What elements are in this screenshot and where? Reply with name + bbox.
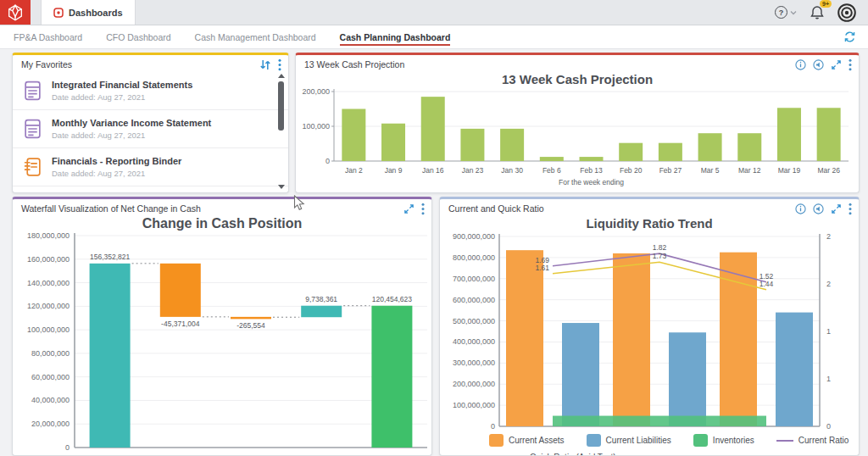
list-item[interactable]: Financials - Reporting Binder Date added… bbox=[13, 148, 288, 186]
info-icon[interactable] bbox=[795, 203, 806, 214]
scroll-down-icon[interactable] bbox=[278, 185, 285, 189]
sort-icon[interactable] bbox=[259, 59, 271, 70]
liquidity-chart-title: Liquidity Ratio Trend bbox=[440, 216, 859, 231]
liquidity-legend: Current AssetsCurrent LiabilitiesInvento… bbox=[440, 434, 859, 447]
svg-text:0: 0 bbox=[65, 443, 70, 452]
legend-item[interactable]: Current Ratio bbox=[776, 436, 849, 445]
legend-item[interactable]: Quick Ratio (Acid Test) bbox=[508, 453, 616, 456]
expand-icon[interactable] bbox=[831, 203, 842, 214]
favorite-name: Monthly Variance Income Statement bbox=[52, 118, 211, 128]
dashboard-tab-bar: FP&A Dashboard CFO Dashboard Cash Manage… bbox=[0, 25, 868, 49]
favorites-panel-title: My Favorites bbox=[21, 59, 72, 70]
svg-text:Jan 23: Jan 23 bbox=[462, 166, 484, 175]
svg-text:2: 2 bbox=[826, 280, 831, 288]
legend-label: Inventories bbox=[713, 436, 754, 445]
svg-text:200,000,000: 200,000,000 bbox=[453, 380, 495, 388]
audio-annotation-icon[interactable] bbox=[813, 203, 824, 214]
svg-text:Mar 26: Mar 26 bbox=[817, 166, 840, 175]
info-icon[interactable] bbox=[795, 59, 806, 70]
audio-annotation-icon[interactable] bbox=[813, 59, 824, 70]
legend-item[interactable]: Current Liabilities bbox=[587, 434, 671, 447]
legend-swatch bbox=[693, 434, 708, 447]
expand-icon[interactable] bbox=[831, 59, 842, 70]
projection-panel-title: 13 Week Cash Projection bbox=[304, 59, 404, 70]
favorite-date: Date added: Aug 27, 2021 bbox=[52, 92, 192, 102]
svg-text:900,000,000: 900,000,000 bbox=[453, 232, 495, 241]
legend-item[interactable]: Current Assets bbox=[489, 434, 565, 447]
legend-item[interactable]: Inventories bbox=[693, 434, 754, 447]
cash-projection-panel: 13 Week Cash Projection 13 Week Cash Pro… bbox=[295, 53, 860, 193]
svg-text:1.73: 1.73 bbox=[653, 252, 667, 260]
svg-text:1: 1 bbox=[826, 327, 831, 336]
user-avatar[interactable] bbox=[837, 3, 856, 22]
svg-text:Jan 30: Jan 30 bbox=[501, 166, 523, 175]
chevron-down-icon bbox=[790, 10, 797, 15]
liquidity-legend-row2: Quick Ratio (Acid Test) bbox=[440, 453, 859, 456]
legend-swatch bbox=[776, 440, 793, 442]
binder-icon bbox=[23, 156, 42, 178]
scroll-up-icon[interactable] bbox=[278, 74, 285, 78]
svg-text:9,738,361: 9,738,361 bbox=[305, 295, 337, 303]
svg-text:500,000,000: 500,000,000 bbox=[453, 317, 495, 325]
legend-label: Current Ratio bbox=[798, 436, 849, 445]
more-options-icon[interactable] bbox=[278, 58, 281, 71]
favorites-list: Integrated Financial Statements Date add… bbox=[13, 72, 288, 193]
svg-text:40,000,000: 40,000,000 bbox=[31, 396, 70, 404]
favorites-scrollbar[interactable] bbox=[277, 74, 286, 189]
svg-text:300,000,000: 300,000,000 bbox=[453, 359, 495, 367]
waterfall-chart: 020,000,00040,000,00060,000,00080,000,00… bbox=[13, 231, 431, 456]
legend-swatch bbox=[489, 434, 504, 447]
svg-text:Feb 6: Feb 6 bbox=[542, 166, 561, 175]
tab-fpa-dashboard[interactable]: FP&A Dashboard bbox=[14, 25, 82, 48]
svg-text:Mar 5: Mar 5 bbox=[701, 166, 720, 175]
legend-label: Current Liabilities bbox=[606, 436, 671, 445]
dashboards-tab-icon bbox=[53, 8, 64, 18]
list-item[interactable]: Integrated Financial Statements Date add… bbox=[13, 72, 288, 110]
scrollbar-thumb[interactable] bbox=[278, 81, 284, 131]
svg-text:Feb 20: Feb 20 bbox=[620, 166, 643, 175]
tab-cash-management-dashboard[interactable]: Cash Management Dashboard bbox=[195, 25, 316, 48]
tab-cfo-dashboard[interactable]: CFO Dashboard bbox=[106, 25, 170, 48]
top-bar: Dashboards ? 9+ bbox=[0, 0, 868, 25]
legend-label: Quick Ratio (Acid Test) bbox=[530, 453, 616, 456]
svg-text:Feb 13: Feb 13 bbox=[580, 166, 603, 175]
svg-text:Mar 19: Mar 19 bbox=[778, 166, 801, 175]
help-icon: ? bbox=[775, 6, 787, 19]
notification-badge: 9+ bbox=[820, 0, 832, 8]
legend-swatch bbox=[587, 434, 601, 447]
svg-text:1.82: 1.82 bbox=[653, 243, 667, 252]
svg-text:20,000,000: 20,000,000 bbox=[31, 420, 70, 428]
svg-text:100,000,000: 100,000,000 bbox=[27, 325, 70, 334]
svg-text:0: 0 bbox=[826, 422, 831, 430]
expand-icon[interactable] bbox=[403, 203, 415, 214]
report-icon bbox=[23, 80, 42, 102]
svg-text:100,000,000: 100,000,000 bbox=[453, 401, 495, 409]
svg-text:100,000: 100,000 bbox=[302, 122, 330, 131]
list-item[interactable]: Report Package - Financial Statements Da… bbox=[13, 186, 288, 193]
more-options-icon[interactable] bbox=[849, 203, 852, 215]
refresh-button[interactable] bbox=[843, 31, 856, 43]
legend-label: Current Assets bbox=[509, 436, 565, 445]
liquidity-combo-chart: 0100,000,000200,000,000300,000,000400,00… bbox=[440, 231, 859, 430]
svg-text:Jan 9: Jan 9 bbox=[385, 166, 403, 175]
svg-text:700,000,000: 700,000,000 bbox=[453, 275, 495, 283]
list-item[interactable]: Monthly Variance Income Statement Date a… bbox=[13, 110, 288, 148]
svg-text:Mar 12: Mar 12 bbox=[738, 166, 761, 175]
app-logo[interactable] bbox=[0, 0, 31, 25]
svg-text:200,000: 200,000 bbox=[302, 87, 330, 96]
dashboards-app-tab[interactable]: Dashboards bbox=[41, 0, 136, 25]
notifications-button[interactable]: 9+ bbox=[810, 5, 824, 19]
projection-chart-title: 13 Week Cash Projection bbox=[296, 72, 859, 87]
svg-text:120,000,000: 120,000,000 bbox=[27, 302, 70, 310]
svg-text:120,454,623: 120,454,623 bbox=[372, 295, 413, 303]
svg-text:Feb 27: Feb 27 bbox=[659, 166, 682, 175]
svg-text:0: 0 bbox=[491, 422, 495, 430]
svg-text:1: 1 bbox=[826, 375, 831, 383]
svg-text:160,000,000: 160,000,000 bbox=[27, 255, 70, 264]
svg-text:Jan 16: Jan 16 bbox=[422, 166, 444, 175]
help-menu[interactable]: ? bbox=[775, 6, 797, 19]
more-options-icon[interactable] bbox=[421, 203, 425, 215]
waterfall-chart-title: Change in Cash Position bbox=[13, 216, 431, 231]
more-options-icon[interactable] bbox=[849, 58, 852, 71]
tab-cash-planning-dashboard[interactable]: Cash Planning Dashboard bbox=[340, 25, 451, 48]
